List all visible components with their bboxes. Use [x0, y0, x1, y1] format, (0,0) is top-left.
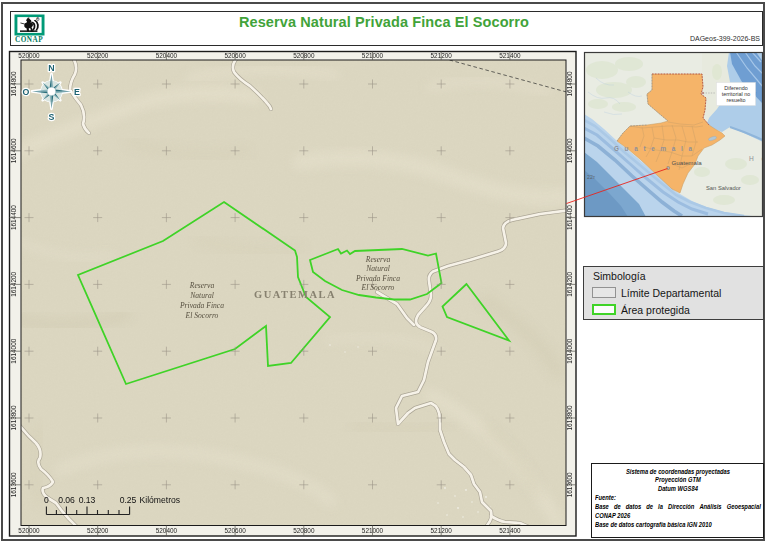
- svg-text:Reserva: Reserva: [365, 255, 391, 264]
- svg-text:Privada Finca: Privada Finca: [179, 301, 224, 310]
- svg-text:El Socorro: El Socorro: [185, 311, 219, 320]
- svg-text:San Salvador: San Salvador: [706, 185, 741, 191]
- svg-text:S: S: [49, 112, 55, 122]
- svg-text:Guatemala: Guatemala: [672, 159, 703, 166]
- svg-text:resuelto: resuelto: [726, 97, 745, 103]
- svg-text:0.06: 0.06: [58, 495, 75, 505]
- svg-text:H o: H o: [749, 155, 768, 162]
- svg-text:22т: 22т: [587, 174, 596, 180]
- svg-text:Natural: Natural: [189, 291, 214, 300]
- svg-text:O: O: [23, 87, 30, 97]
- svg-text:E: E: [74, 87, 80, 97]
- svg-text:0.25: 0.25: [120, 495, 137, 505]
- svg-text:El Socorro: El Socorro: [361, 283, 395, 292]
- svg-text:N: N: [48, 63, 54, 73]
- svg-text:Kilómetros: Kilómetros: [140, 495, 181, 505]
- svg-text:0.13: 0.13: [79, 495, 96, 505]
- svg-text:GUATEMALA: GUATEMALA: [254, 289, 336, 300]
- svg-text:G u a t e m a l a: G u a t e m a l a: [614, 145, 694, 152]
- svg-text:Privada Finca: Privada Finca: [355, 274, 400, 283]
- svg-text:Natural: Natural: [365, 264, 390, 273]
- svg-text:0: 0: [44, 495, 49, 505]
- svg-text:Reserva: Reserva: [189, 281, 215, 290]
